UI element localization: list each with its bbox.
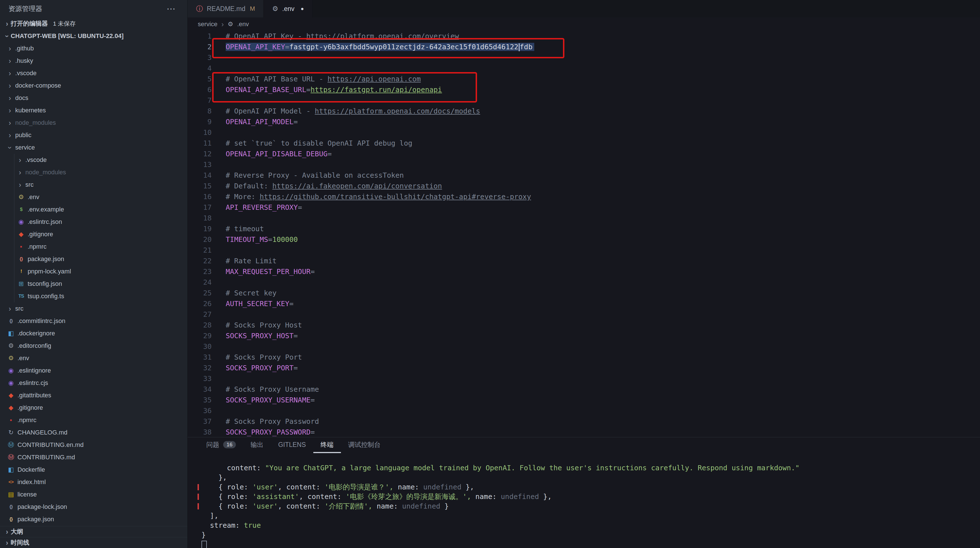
tree-item-kubernetes[interactable]: ›kubernetes <box>0 104 188 117</box>
tree-item--gitignore[interactable]: ◆.gitignore <box>0 228 188 240</box>
breadcrumb-folder[interactable]: service <box>198 21 218 28</box>
code-line[interactable]: 2OPENAI_API_KEY=fastgpt-y6b3axfbdd5wyp01… <box>188 42 980 52</box>
code-line[interactable]: 31# Socks Proxy Port <box>188 352 980 363</box>
tree-item--eslintrc-cjs[interactable]: ◉.eslintrc.cjs <box>0 377 188 389</box>
code-line[interactable]: 22# Rate Limit <box>188 256 980 267</box>
gear-icon: ⚙ <box>16 194 26 201</box>
tree-item--dockerignore[interactable]: ◧.dockerignore <box>0 327 188 340</box>
code-line[interactable]: 16# More: https://github.com/transitive-… <box>188 192 980 202</box>
tree-item-index-html[interactable]: <>index.html <box>0 476 188 488</box>
line-number: 15 <box>188 181 212 192</box>
code-line[interactable]: 26AUTH_SECRET_KEY= <box>188 299 980 309</box>
code-line[interactable]: 7 <box>188 95 980 106</box>
code-line[interactable]: 11# set `true` to disable OpenAI API deb… <box>188 138 980 149</box>
line-number: 19 <box>188 224 212 234</box>
dollar-icon: $ <box>16 207 26 212</box>
code-line[interactable]: 1# OpenAI API Key - https://platform.ope… <box>188 31 980 42</box>
code-line[interactable]: 9OPENAI_API_MODEL= <box>188 117 980 127</box>
tree-item-contributing-md[interactable]: ⓂCONTRIBUTING.md <box>0 451 188 464</box>
code-line[interactable]: 6OPENAI_API_BASE_URL=https://fastgpt.run… <box>188 84 980 95</box>
tree-item--gitattributes[interactable]: ◆.gitattributes <box>0 389 188 402</box>
tree-item-node-modules[interactable]: ›node_modules <box>0 117 188 129</box>
tree-item--env[interactable]: ⚙.env <box>0 352 188 364</box>
tree-item--husky[interactable]: ›.husky <box>0 55 188 67</box>
panel-tab-终端[interactable]: 终端 <box>313 437 341 453</box>
code-line[interactable]: 19# timeout <box>188 224 980 234</box>
code-line[interactable]: 34# Socks Proxy Username <box>188 384 980 395</box>
code-line[interactable]: 8# OpenAI API Model - https://platform.o… <box>188 106 980 117</box>
tree-item-pnpm-lock-yaml[interactable]: !pnpm-lock.yaml <box>0 265 188 278</box>
code-line[interactable]: 28# Socks Proxy Host <box>188 320 980 330</box>
code-line[interactable]: 27 <box>188 309 980 320</box>
tree-item-docker-compose[interactable]: ›docker-compose <box>0 79 188 92</box>
tree-item--editorconfig[interactable]: ⚙.editorconfig <box>0 340 188 352</box>
code-line[interactable]: 23MAX_REQUEST_PER_HOUR= <box>188 267 980 277</box>
tree-item--github[interactable]: ›.github <box>0 42 188 55</box>
code-line[interactable]: 36 <box>188 405 980 416</box>
code-line[interactable]: 15# Default: https://ai.fakeopen.com/api… <box>188 181 980 192</box>
code-line[interactable]: 24 <box>188 277 980 288</box>
tree-item-service[interactable]: ›service <box>0 141 188 154</box>
panel-tab-gitlens[interactable]: GITLENS <box>271 437 313 453</box>
timeline-section[interactable]: › 时间线 <box>0 537 188 548</box>
tree-item--npmrc[interactable]: ▪.npmrc <box>0 414 188 426</box>
tree-item-contributing-en-md[interactable]: ⓂCONTRIBUTING.en.md <box>0 439 188 451</box>
tree-item--env[interactable]: ⚙.env <box>0 191 188 203</box>
code-line[interactable]: 4 <box>188 63 980 74</box>
tree-item-package-json[interactable]: {}package.json <box>0 253 188 265</box>
code-line[interactable]: 13 <box>188 159 980 170</box>
panel-tab-输出[interactable]: 输出 <box>243 437 271 453</box>
breadcrumb[interactable]: service › ⚙ .env <box>188 17 980 31</box>
terminal-output[interactable]: content: "You are ChatGPT, a large langu… <box>188 453 980 548</box>
code-line[interactable]: 14# Reverse Proxy - Available on accessT… <box>188 170 980 181</box>
code-line[interactable]: 33 <box>188 373 980 384</box>
more-actions-icon[interactable]: ⋯ <box>167 3 176 14</box>
code-line[interactable]: 21 <box>188 245 980 256</box>
chevron-right-icon: › <box>6 106 14 114</box>
tree-item-changelog-md[interactable]: ↻CHANGELOG.md <box>0 426 188 439</box>
tree-item-node-modules[interactable]: ›node_modules <box>0 166 188 178</box>
project-section-header[interactable]: › CHATGPT-WEB [WSL: UBUNTU-22.04] <box>0 30 188 42</box>
code-line[interactable]: 20TIMEOUT_MS=100000 <box>188 234 980 245</box>
code-line[interactable]: 17API_REVERSE_PROXY= <box>188 202 980 213</box>
code-line[interactable]: 30 <box>188 341 980 352</box>
breadcrumb-file[interactable]: .env <box>237 21 249 28</box>
tree-item-tsconfig-json[interactable]: ⊞tsconfig.json <box>0 278 188 290</box>
panel-tab-调试控制台[interactable]: 调试控制台 <box>341 437 388 453</box>
code-line[interactable]: 10 <box>188 127 980 138</box>
tree-item--eslintignore[interactable]: ◉.eslintignore <box>0 364 188 377</box>
tree-item-docs[interactable]: ›docs <box>0 92 188 104</box>
tab-readme-md[interactable]: ⓘREADME.mdM <box>188 0 264 17</box>
tree-item--npmrc[interactable]: ▪.npmrc <box>0 240 188 253</box>
open-editors-section[interactable]: › 打开的编辑器 1 未保存 <box>0 17 188 30</box>
code-line[interactable]: 38SOCKS_PROXY_PASSWORD= <box>188 427 980 437</box>
tree-item--vscode[interactable]: ›.vscode <box>0 154 188 166</box>
code-line[interactable]: 32SOCKS_PROXY_PORT= <box>188 363 980 373</box>
code-line[interactable]: 12OPENAI_API_DISABLE_DEBUG= <box>188 149 980 159</box>
tree-item--gitignore[interactable]: ◆.gitignore <box>0 402 188 414</box>
code-line[interactable]: 37# Socks Proxy Password <box>188 416 980 427</box>
code-line[interactable]: 25# Secret key <box>188 288 980 299</box>
panel-tab-问题[interactable]: 问题16 <box>199 437 243 453</box>
code-line[interactable]: 3 <box>188 52 980 63</box>
tree-item--vscode[interactable]: ›.vscode <box>0 67 188 79</box>
tree-item--eslintrc-json[interactable]: ◉.eslintrc.json <box>0 216 188 228</box>
tree-item-dockerfile[interactable]: ◧Dockerfile <box>0 464 188 476</box>
tree-item-tsup-config-ts[interactable]: TStsup.config.ts <box>0 290 188 302</box>
tree-item-package-lock-json[interactable]: {}package-lock.json <box>0 501 188 513</box>
code-line[interactable]: 29SOCKS_PROXY_HOST= <box>188 330 980 341</box>
tree-item-src[interactable]: ›src <box>0 302 188 315</box>
tree-item--env-example[interactable]: $.env.example <box>0 203 188 216</box>
code-line[interactable]: 5# OpenAI API Base URL - https://api.ope… <box>188 74 980 84</box>
outline-section[interactable]: › 大纲 <box>0 526 188 537</box>
tree-item-package-json[interactable]: {}package.json <box>0 513 188 526</box>
tree-item-public[interactable]: ›public <box>0 129 188 141</box>
tree-item-license[interactable]: ▤license <box>0 488 188 501</box>
tree-item-src[interactable]: ›src <box>0 178 188 191</box>
code-line[interactable]: 18 <box>188 213 980 224</box>
tab--env[interactable]: ⚙.env● <box>264 0 312 17</box>
tree-item--commitlintrc-json[interactable]: {}.commitlintrc.json <box>0 315 188 327</box>
code-editor[interactable]: 1# OpenAI API Key - https://platform.ope… <box>188 31 980 437</box>
line-content: # OpenAI API Model - https://platform.op… <box>212 106 480 117</box>
code-line[interactable]: 35SOCKS_PROXY_USERNAME= <box>188 395 980 405</box>
